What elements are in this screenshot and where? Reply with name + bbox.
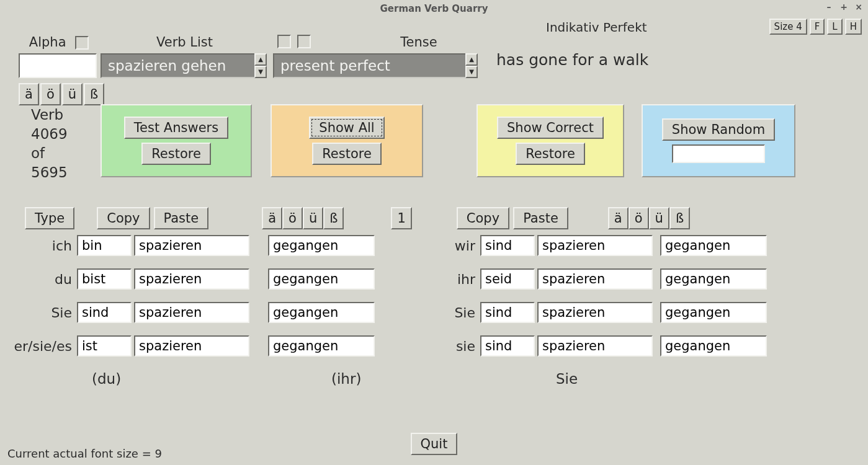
verb-spin-up-icon[interactable]: ▲: [254, 53, 267, 66]
tense-name-label: Indikativ Perfekt: [546, 20, 647, 35]
counter-line: 4069: [31, 125, 68, 144]
font-size-status: Current actual font size = 9: [7, 447, 162, 460]
pronoun-label: ihr: [452, 272, 478, 287]
umlaut-u-button[interactable]: ü: [62, 83, 83, 105]
verb-list-checkbox-1[interactable]: [277, 35, 291, 48]
verb-select[interactable]: spazieren gehen: [101, 53, 254, 78]
paste-button-left[interactable]: Paste: [154, 207, 209, 229]
imperative-ihr-label: (ihr): [331, 371, 361, 387]
restore-button-1[interactable]: Restore: [141, 143, 211, 165]
restore-button-2[interactable]: Restore: [312, 143, 382, 165]
one-button[interactable]: 1: [391, 207, 411, 229]
prefix-field[interactable]: [537, 235, 653, 256]
show-random-button[interactable]: Show Random: [662, 118, 775, 141]
alpha-input[interactable]: [19, 53, 97, 78]
verb-list-checkbox-2[interactable]: [297, 35, 311, 48]
tense-spin-down-icon[interactable]: ▼: [465, 66, 478, 78]
imperative-sie-label: Sie: [556, 371, 578, 387]
umlaut-a-button-2[interactable]: ä: [262, 207, 282, 229]
participle-field[interactable]: [268, 235, 375, 256]
pronoun-label: sie: [452, 339, 478, 354]
window-close-icon[interactable]: ×: [853, 2, 864, 12]
show-correct-panel: Show Correct Restore: [477, 104, 624, 177]
umlaut-u-button-2[interactable]: ü: [303, 207, 323, 229]
umlaut-a-button[interactable]: ä: [19, 83, 39, 105]
counter-line: 5695: [31, 163, 68, 182]
table-row: Sie Sie: [10, 300, 767, 325]
window-titlebar: German Verb Quarry – + ×: [0, 0, 868, 17]
aux-field[interactable]: [480, 235, 535, 256]
f-button[interactable]: F: [810, 19, 825, 35]
random-count-input[interactable]: [672, 144, 765, 163]
umlaut-o-button-3[interactable]: ö: [629, 207, 649, 229]
window-minimize-icon[interactable]: –: [823, 2, 834, 12]
aux-field[interactable]: [77, 302, 132, 323]
pronoun-label: ich: [10, 238, 74, 254]
aux-field[interactable]: [480, 302, 535, 323]
eszett-button-2[interactable]: ß: [323, 207, 344, 229]
participle-field[interactable]: [268, 335, 375, 356]
pronoun-label: Sie: [452, 305, 478, 321]
participle-field[interactable]: [268, 268, 375, 290]
pronoun-label: Sie: [10, 305, 74, 321]
tense-select[interactable]: present perfect: [273, 53, 465, 78]
tense-spin-up-icon[interactable]: ▲: [465, 53, 478, 66]
eszett-button-3[interactable]: ß: [669, 207, 690, 229]
pronoun-label: wir: [452, 238, 478, 254]
test-answers-button[interactable]: Test Answers: [124, 117, 228, 139]
show-correct-button[interactable]: Show Correct: [497, 117, 604, 139]
umlaut-u-button-3[interactable]: ü: [649, 207, 669, 229]
counter-line: of: [31, 144, 68, 163]
participle-field[interactable]: [660, 235, 767, 256]
umlaut-a-button-3[interactable]: ä: [608, 207, 629, 229]
aux-field[interactable]: [480, 335, 535, 356]
restore-button-3[interactable]: Restore: [516, 143, 585, 165]
pronoun-label: du: [10, 272, 74, 287]
pronoun-label: er/sie/es: [10, 339, 74, 354]
copy-button-right[interactable]: Copy: [457, 207, 509, 229]
imperative-du-label: (du): [92, 371, 121, 387]
aux-field[interactable]: [77, 235, 132, 256]
tense-header: Tense: [400, 35, 437, 50]
participle-field[interactable]: [660, 302, 767, 323]
show-all-panel: Show All Restore: [271, 104, 423, 177]
alpha-checkbox[interactable]: [75, 36, 89, 50]
prefix-field[interactable]: [134, 302, 249, 323]
prefix-field[interactable]: [134, 335, 249, 356]
paste-button-right[interactable]: Paste: [513, 207, 568, 229]
prefix-field[interactable]: [537, 335, 653, 356]
umlaut-o-button-2[interactable]: ö: [282, 207, 303, 229]
prefix-field[interactable]: [134, 235, 249, 256]
h-button[interactable]: H: [845, 19, 862, 35]
window-title: German Verb Quarry: [380, 3, 488, 14]
conjugation-grid: ich wir du ihr Sie Sie er/sie/es: [10, 233, 767, 367]
umlaut-o-button[interactable]: ö: [40, 83, 61, 105]
participle-field[interactable]: [660, 268, 767, 290]
participle-field[interactable]: [268, 302, 375, 323]
show-all-button[interactable]: Show All: [309, 117, 384, 139]
prefix-field[interactable]: [537, 302, 653, 323]
show-random-panel: Show Random: [642, 104, 795, 177]
prefix-field[interactable]: [134, 268, 249, 290]
font-size-button[interactable]: Size 4: [769, 19, 807, 35]
table-row: er/sie/es sie: [10, 334, 767, 358]
table-row: du ihr: [10, 267, 767, 291]
translation-label: has gone for a walk: [496, 51, 648, 69]
type-button[interactable]: Type: [25, 207, 74, 229]
quit-button[interactable]: Quit: [411, 433, 458, 455]
table-row: ich wir: [10, 233, 767, 258]
aux-field[interactable]: [77, 335, 132, 356]
verb-spin-down-icon[interactable]: ▼: [254, 66, 267, 78]
prefix-field[interactable]: [537, 268, 653, 290]
verb-list-header: Verb List: [156, 35, 213, 50]
aux-field[interactable]: [480, 268, 535, 290]
participle-field[interactable]: [660, 335, 767, 356]
verb-counter: Verb 4069 of 5695: [31, 105, 68, 182]
aux-field[interactable]: [77, 268, 132, 290]
copy-button-left[interactable]: Copy: [97, 207, 150, 229]
window-maximize-icon[interactable]: +: [838, 2, 849, 12]
eszett-button[interactable]: ß: [84, 83, 104, 105]
l-button[interactable]: L: [827, 19, 842, 35]
alpha-header: Alpha: [29, 35, 66, 50]
counter-line: Verb: [31, 105, 68, 125]
